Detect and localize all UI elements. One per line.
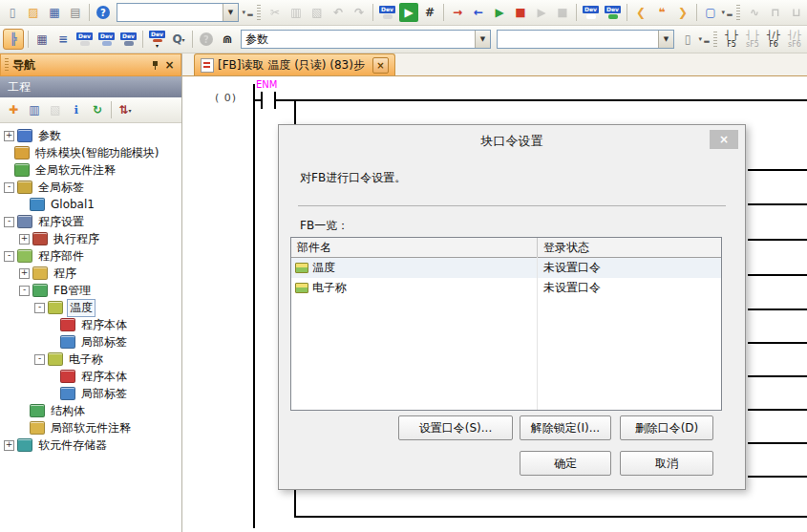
delete-password-button[interactable]: 删除口令(D) <box>620 415 713 440</box>
context-help-icon[interactable]: ? <box>197 30 216 49</box>
open-branch-button[interactable]: ┤ ├sF5 <box>742 27 763 52</box>
expand-icon[interactable]: + <box>4 440 14 451</box>
statement-edit-icon[interactable]: ❝ <box>652 3 671 22</box>
undo-icon[interactable]: ↶ <box>329 3 348 22</box>
tree-item-intelligent-module[interactable]: 特殊模块(智能功能模块) <box>0 144 181 161</box>
sort-filter-icon[interactable]: ⇅▾ <box>116 100 135 119</box>
tab-close-icon[interactable]: × <box>372 57 389 74</box>
collapse-icon[interactable]: - <box>4 217 14 227</box>
logic-test-pulse-icon[interactable]: ⊔ <box>787 3 806 22</box>
new-data-icon[interactable]: ✚ <box>4 100 23 119</box>
print-icon[interactable]: ▤ <box>66 3 85 22</box>
tree-item-label-table[interactable]: Global1 <box>0 196 181 213</box>
toolbar-overflow-icon[interactable]: ▾ ▂ <box>698 30 710 49</box>
coil-find-icon[interactable]: # <box>420 3 439 22</box>
toolbar-overflow-icon[interactable]: ▾ ▂ <box>721 3 733 22</box>
tree-item-fb-pool[interactable]: -FB管理 <box>0 282 181 299</box>
monitor-pause-icon[interactable]: ▶ <box>532 3 551 22</box>
table-header-status[interactable]: 登录状态 <box>538 240 721 256</box>
new-file-icon[interactable]: ▯ <box>3 3 22 22</box>
collapse-icon[interactable]: - <box>19 286 30 296</box>
device-reference-icon[interactable]: Dev <box>118 31 138 49</box>
close-panel-icon[interactable]: × <box>162 58 177 73</box>
device-batch-monitor-icon[interactable]: Dev <box>603 4 623 22</box>
open-file-icon[interactable]: ▨ <box>24 3 43 22</box>
cross-reference-icon[interactable]: ⋒ <box>218 30 237 49</box>
module-configuration-icon[interactable]: ▦ <box>32 30 52 49</box>
navigation-window-toggle-icon[interactable]: ╠ <box>3 29 24 50</box>
tree-item-program[interactable]: +程序 <box>0 265 181 282</box>
paste-data-icon[interactable]: ▧ <box>46 100 65 119</box>
work-window-icon[interactable]: ≡ <box>53 30 73 49</box>
collapse-icon[interactable]: - <box>4 251 14 262</box>
open-contact-button[interactable]: ┤ ├F5 <box>721 27 742 52</box>
logic-test-step-icon[interactable]: ⊓ <box>766 3 785 22</box>
unlock-button[interactable]: 解除锁定(I)... <box>520 415 611 440</box>
expand-icon[interactable]: + <box>19 268 30 279</box>
tree-item-execution-program[interactable]: +执行程序 <box>0 230 181 247</box>
tree-item-global-label[interactable]: -全局标签 <box>0 179 181 196</box>
redo-icon[interactable]: ↷ <box>350 3 369 22</box>
tree-item-structure[interactable]: 结构体 <box>0 402 181 419</box>
toolbar-group-grip[interactable] <box>713 32 717 47</box>
ok-button[interactable]: 确定 <box>520 451 611 476</box>
fb-list-table[interactable]: 部件名 登录状态 温度未设置口令电子称未设置口令 <box>290 237 722 411</box>
tree-item-device-memory[interactable]: +软元件存储器 <box>0 436 181 454</box>
write-to-plc-icon[interactable]: → <box>448 3 467 22</box>
collapse-icon[interactable]: - <box>4 182 14 193</box>
ladder-canvas[interactable]: ( 0) ENM 块口令设置 × 对FB进行口令设置。 <box>182 76 807 532</box>
remote-operation-icon[interactable]: ▢ <box>701 3 720 22</box>
logic-test-start-icon[interactable]: ∿ <box>745 3 764 22</box>
quick-access-combobox[interactable]: ▼ <box>117 3 239 22</box>
device-display-icon[interactable]: Dev▾ <box>147 31 167 49</box>
tree-item-program-setting[interactable]: -程序设置 <box>0 213 181 230</box>
statement-next-icon[interactable]: ❯ <box>673 3 692 22</box>
cut-icon[interactable]: ✂ <box>265 3 285 22</box>
save-icon[interactable]: ▦ <box>45 3 64 22</box>
close-branch-button[interactable]: ┤/├sF6 <box>784 27 805 52</box>
refresh-view-icon[interactable]: ↻ <box>88 100 107 119</box>
copy-icon[interactable]: ▥ <box>287 3 306 22</box>
fb-list-row[interactable]: 温度未设置口令 <box>291 258 721 278</box>
set-password-button[interactable]: 设置口令(S)... <box>398 415 513 440</box>
device-test-icon[interactable]: Dev <box>581 4 601 22</box>
tree-item-parameter[interactable]: +参数 <box>0 127 181 144</box>
statement-prev-icon[interactable]: ❮ <box>631 3 650 22</box>
toolbar-overflow-icon[interactable]: ▾ ▂ <box>242 3 253 22</box>
find-in-document-icon[interactable]: ▯ <box>678 30 697 49</box>
tree-item-program-body[interactable]: 程序本体 <box>0 368 181 385</box>
cancel-button[interactable]: 取消 <box>620 451 713 476</box>
tree-item-global-device-comment[interactable]: 全局软元件注释 <box>0 161 181 179</box>
data-properties-icon[interactable]: ℹ <box>67 100 86 119</box>
device-search-icon[interactable]: Q▾ <box>169 30 188 49</box>
monitor-write-icon[interactable]: ■ <box>553 3 572 22</box>
tree-item-fb-folder[interactable]: -电子称 <box>0 351 181 368</box>
window-selector-combobox[interactable]: 参数▼ <box>241 30 491 49</box>
device-comment-find-icon[interactable]: Dev <box>74 31 95 49</box>
device-batch-replace-icon[interactable]: Dev <box>96 31 117 49</box>
tree-item-fb-folder[interactable]: -温度 <box>0 299 181 316</box>
help-icon[interactable]: ? <box>94 3 113 22</box>
read-from-plc-icon[interactable]: ← <box>469 3 488 22</box>
tree-item-pou[interactable]: -程序部件 <box>0 247 181 265</box>
screen-find-icon[interactable]: ▶ <box>399 3 418 22</box>
table-header-name[interactable]: 部件名 <box>291 238 538 257</box>
tree-item-program-body[interactable]: 程序本体 <box>0 316 181 333</box>
paste-icon[interactable]: ▧ <box>308 3 327 22</box>
combobox-dropdown-icon[interactable]: ▼ <box>475 31 490 48</box>
expand-icon[interactable]: + <box>19 234 30 245</box>
close-contact-button[interactable]: ┤/├F6 <box>763 27 784 52</box>
expand-icon[interactable]: + <box>4 131 14 141</box>
toolbar-group-grip[interactable] <box>736 5 740 20</box>
device-selector-combobox[interactable]: ▼ <box>497 30 674 49</box>
toolbar-group-grip[interactable] <box>257 5 261 20</box>
copy-data-icon[interactable]: ▥ <box>25 100 44 119</box>
fb-list-row[interactable]: 电子称未设置口令 <box>291 278 721 298</box>
dialog-close-icon[interactable]: × <box>710 130 738 149</box>
tree-item-local-device-comment[interactable]: 局部软元件注释 <box>0 419 181 436</box>
pin-icon[interactable] <box>148 58 162 73</box>
monitor-stop-icon[interactable]: ■ <box>511 3 530 22</box>
monitor-start-icon[interactable]: ▶ <box>490 3 509 22</box>
panel-drag-handle[interactable] <box>5 58 9 72</box>
combobox-dropdown-icon[interactable]: ▼ <box>658 31 673 48</box>
